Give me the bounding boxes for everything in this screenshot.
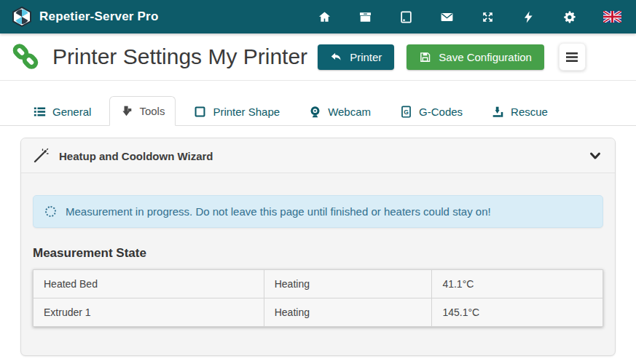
global-settings-icon[interactable] — [562, 10, 576, 24]
printer-box-icon[interactable] — [358, 10, 372, 24]
tab-rescue[interactable]: Rescue — [481, 97, 559, 126]
tab-tools[interactable]: Tools — [109, 96, 176, 126]
square-outline-icon — [194, 106, 206, 118]
alert-text: Measurement in progress. Do not leave th… — [66, 205, 491, 218]
settings-tab-bar: General Tools Printer Shape Webcam — [0, 81, 636, 126]
webcam-icon — [309, 106, 321, 118]
table-row-heated-bed: Heated Bed Heating 41.1°C — [34, 270, 603, 298]
save-configuration-button[interactable]: Save Configuration — [407, 44, 544, 70]
tab-printer-shape[interactable]: Printer Shape — [183, 97, 291, 126]
measurement-state-heading: Measurement State — [33, 246, 603, 261]
heater-state-cell: Heating — [264, 298, 432, 327]
heater-name-cell: Extruder 1 — [34, 298, 264, 327]
extruder-icon — [120, 105, 133, 117]
measurement-state-table: Heated Bed Heating 41.1°C Extruder 1 Hea… — [33, 269, 603, 327]
messages-icon[interactable] — [440, 10, 454, 24]
measurement-progress-alert: Measurement in progress. Do not leave th… — [33, 195, 603, 228]
page-header: Printer Settings My Printer Printer Save… — [0, 33, 636, 81]
tab-general-label: General — [52, 106, 91, 118]
wizard-panel-body: Measurement in progress. Do not leave th… — [21, 173, 615, 356]
home-icon[interactable] — [318, 10, 331, 24]
quick-commands-icon[interactable] — [522, 10, 535, 24]
tab-webcam-label: Webcam — [328, 106, 371, 118]
tab-gcodes-label: G-Codes — [419, 106, 463, 118]
repetier-logo-icon — [12, 7, 32, 27]
tab-rescue-label: Rescue — [511, 106, 548, 118]
list-icon — [34, 106, 46, 118]
back-to-printer-label: Printer — [350, 51, 382, 63]
printer-link-icon — [9, 40, 42, 74]
tab-gcodes[interactable]: G G-Codes — [389, 97, 474, 126]
gcode-file-icon: G — [400, 106, 412, 118]
tab-tools-label: Tools — [139, 105, 165, 117]
spinner-icon — [45, 206, 56, 217]
heatup-cooldown-wizard-panel: Heatup and Cooldown Wizard Measurement i… — [20, 138, 616, 356]
heater-temp-cell: 41.1°C — [432, 270, 603, 298]
wizard-panel-header[interactable]: Heatup and Cooldown Wizard — [21, 138, 615, 173]
table-row-extruder-1: Extruder 1 Heating 145.1°C — [34, 298, 603, 327]
header-buttons: Printer Save Configuration — [318, 43, 586, 71]
fullscreen-icon[interactable] — [481, 10, 495, 24]
save-icon — [419, 51, 431, 63]
wizard-panel-title: Heatup and Cooldown Wizard — [59, 150, 213, 162]
magic-wand-icon — [33, 148, 49, 164]
brand-home-link[interactable]: Repetier-Server Pro — [12, 7, 158, 27]
heater-state-cell: Heating — [264, 270, 432, 298]
navbar-icon-group — [318, 10, 626, 24]
rescue-icon — [492, 106, 504, 118]
more-menu-button[interactable] — [559, 43, 586, 71]
touch-interface-icon[interactable] — [399, 10, 413, 24]
save-configuration-label: Save Configuration — [439, 51, 532, 63]
page-title: Printer Settings My Printer — [52, 44, 307, 69]
tab-general[interactable]: General — [23, 97, 102, 126]
language-flag-icon[interactable] — [603, 11, 621, 23]
svg-text:G: G — [404, 108, 409, 116]
back-to-printer-button[interactable]: Printer — [318, 44, 394, 70]
tab-webcam[interactable]: Webcam — [298, 97, 382, 126]
back-arrow-icon — [330, 51, 342, 63]
top-navbar: Repetier-Server Pro — [0, 0, 636, 33]
heater-name-cell: Heated Bed — [34, 270, 264, 298]
heater-temp-cell: 145.1°C — [432, 298, 603, 327]
brand-title: Repetier-Server Pro — [39, 9, 158, 24]
collapse-chevron-down-icon[interactable] — [589, 149, 602, 162]
tab-printer-shape-label: Printer Shape — [213, 106, 280, 118]
hamburger-icon — [566, 52, 578, 62]
